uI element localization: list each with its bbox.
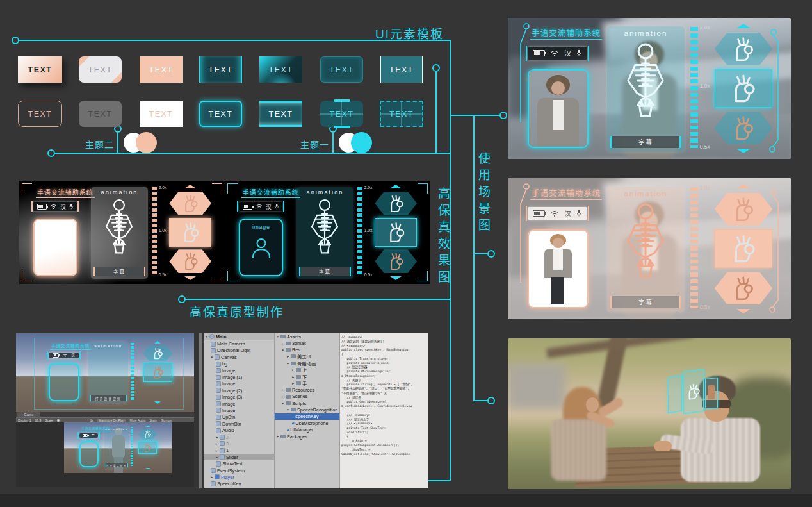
down-arrow[interactable] (145, 468, 150, 469)
theme-one-toggle[interactable] (339, 132, 372, 153)
speech-button[interactable]: 打开语音识别 (106, 463, 128, 468)
gesture-option-selected[interactable] (143, 363, 173, 381)
project-folder[interactable]: ▸手 (275, 380, 339, 386)
theme-two-toggle[interactable] (124, 132, 157, 153)
gesture-option-selected[interactable] (715, 69, 773, 108)
project-folder[interactable]: ▸Scenes (275, 394, 339, 400)
gesture-option-top[interactable] (715, 193, 773, 226)
button-template-peach-outline[interactable]: TEXT (18, 101, 62, 127)
hierarchy-item[interactable]: Image (204, 381, 274, 387)
down-arrow[interactable] (736, 309, 751, 313)
gesture-option-selected[interactable] (138, 441, 157, 454)
hierarchy-item[interactable]: Audio (204, 427, 274, 433)
image-placeholder-panel[interactable] (33, 219, 77, 276)
project-folder[interactable]: ▾SpeechRecognition (275, 406, 339, 413)
up-arrow[interactable] (736, 24, 751, 28)
subtitle-button[interactable]: 字幕 (299, 267, 351, 276)
hierarchy-item[interactable]: ▾Canvas (204, 354, 274, 360)
gesture-option-top[interactable] (169, 192, 211, 215)
button-template-cyan-top-bottom[interactable]: TEXT (259, 101, 302, 127)
hierarchy-item[interactable]: Image (2) (204, 387, 274, 394)
gesture-option-selected[interactable] (375, 218, 417, 246)
detected-person-frame[interactable] (528, 69, 589, 148)
project-folder[interactable]: ▸Packages (275, 433, 339, 440)
project-folder[interactable]: ▸下 (275, 373, 339, 379)
gesture-option-top[interactable] (138, 429, 157, 440)
gesture-option-top[interactable] (375, 192, 417, 215)
button-template-gray-corner-peach[interactable]: TEXT (79, 56, 122, 83)
gesture-option-bottom[interactable] (169, 249, 211, 273)
hierarchy-item[interactable]: bg (204, 361, 274, 367)
hierarchy-item[interactable]: Image (204, 401, 274, 407)
button-template-white[interactable]: TEXT (140, 101, 183, 127)
hierarchy-item[interactable]: ShowText (204, 460, 274, 467)
gizmos-dropdown[interactable]: Gizmos (161, 419, 172, 422)
zoom-scale-bar[interactable] (131, 427, 133, 468)
up-arrow[interactable] (145, 426, 150, 427)
gesture-option-top[interactable] (715, 33, 773, 65)
stats-button[interactable]: Stats (149, 419, 156, 422)
button-template-cyan-glow-border[interactable]: TEXT (199, 101, 242, 127)
gesture-option-bottom[interactable] (715, 112, 773, 144)
project-folder[interactable]: ▾Assets (275, 333, 339, 340)
zoom-scale-bar[interactable] (131, 343, 134, 401)
image-placeholder-panel[interactable]: image (239, 219, 283, 276)
image-placeholder-panel[interactable] (49, 363, 79, 401)
button-template-cyan-dashed[interactable]: TEXT (380, 101, 423, 127)
gesture-option-top[interactable] (143, 345, 173, 361)
down-arrow[interactable] (184, 276, 196, 280)
hierarchy-item[interactable]: EventSystem (204, 467, 274, 474)
zoom-scale-bar[interactable] (690, 187, 697, 308)
image-placeholder-panel[interactable] (79, 441, 99, 467)
project-folder[interactable]: ▸3dmax (275, 340, 339, 346)
detected-person-frame[interactable] (528, 229, 589, 308)
mute-audio-button[interactable]: Mute Audio (129, 419, 145, 422)
hierarchy-item-disabled[interactable]: ▸2 (204, 434, 274, 440)
tab-game[interactable]: Game (17, 412, 40, 417)
button-template-solid-peach[interactable]: TEXT (140, 56, 183, 83)
project-script-selected[interactable]: #speechKey (275, 413, 339, 420)
aspect-dropdown[interactable]: 16:9 (35, 419, 42, 422)
subtitle-button[interactable]: 字幕 (93, 267, 145, 276)
button-template-gradient-peach[interactable]: TEXT (18, 56, 62, 83)
subtitle-button[interactable]: 字幕 (610, 136, 682, 149)
zoom-scale-bar[interactable] (690, 27, 697, 148)
button-template-teal-rounded[interactable]: TEXT (320, 56, 363, 83)
panel-scrollbar[interactable] (199, 333, 202, 488)
button-template-teal-side-glow[interactable]: TEXT (199, 56, 242, 83)
project-folder[interactable]: ▸上 (275, 367, 339, 373)
hierarchy-scene-root[interactable]: ▾Main (204, 333, 274, 340)
hierarchy-item-selected[interactable]: ▸Slider (204, 454, 274, 460)
project-folder[interactable]: ▾Res (275, 347, 339, 353)
hierarchy-item-disabled[interactable]: ▸3 (204, 440, 274, 447)
up-arrow[interactable] (736, 184, 751, 188)
hierarchy-item[interactable]: ▸1 (204, 447, 274, 454)
up-arrow[interactable] (184, 185, 196, 188)
zoom-scale-bar[interactable] (357, 187, 362, 276)
gesture-option-bottom[interactable] (375, 249, 417, 273)
down-arrow[interactable] (390, 276, 402, 280)
hierarchy-item[interactable]: Image (1) (204, 374, 274, 380)
project-script[interactable]: #UIManager (275, 426, 339, 433)
hierarchy-item[interactable]: Main Camera (204, 340, 274, 347)
down-arrow[interactable] (736, 149, 751, 153)
display-dropdown[interactable]: Display 1 (18, 419, 31, 422)
scale-slider[interactable] (57, 420, 86, 420)
gesture-option-bottom[interactable] (715, 272, 773, 304)
subtitle-button[interactable]: 字幕 (610, 296, 682, 309)
hierarchy-item[interactable]: Image (204, 407, 274, 413)
hierarchy-item[interactable]: UpBtn (204, 414, 274, 420)
hierarchy-item[interactable]: Image (3) (204, 394, 274, 401)
project-folder[interactable]: ▸美工UI (275, 353, 339, 360)
project-folder[interactable]: ▸Resources (275, 386, 339, 393)
code-editor-panel[interactable]: // <summary> // 语音识别（主要识别关键字） // </summa… (340, 333, 428, 488)
button-template-cyan-tabs[interactable]: TEXT (320, 101, 363, 127)
maximize-on-play-button[interactable]: Maximize On Play (97, 419, 126, 422)
button-template-solid-gray[interactable]: TEXT (79, 101, 122, 127)
hierarchy-item[interactable]: DownBtn (204, 420, 274, 427)
gesture-option-selected[interactable] (715, 229, 773, 269)
project-script[interactable]: #UseMicrophone (275, 420, 339, 426)
up-arrow[interactable] (154, 341, 161, 344)
button-template-teal-white-edges[interactable]: TEXT (380, 56, 423, 83)
button-template-teal-diagonal[interactable]: TEXT (259, 56, 302, 83)
